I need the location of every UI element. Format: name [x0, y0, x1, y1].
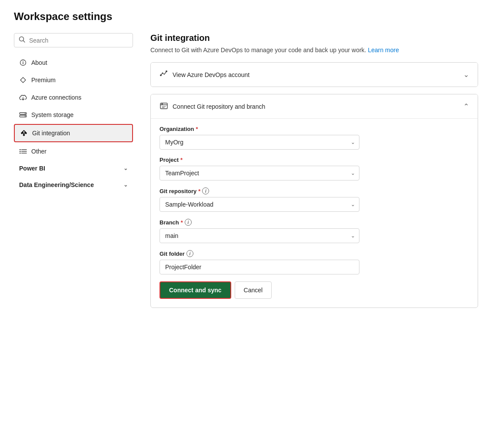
git-repository-select[interactable]: Sample-Workload	[160, 197, 359, 212]
view-devops-title: View Azure DevOps account	[173, 71, 249, 78]
section-desc-text: Connect to Git with Azure DevOps to mana…	[150, 47, 366, 53]
view-devops-header-left: View Azure DevOps account	[160, 70, 249, 80]
svg-point-8	[25, 113, 26, 114]
sidebar-section-data-engineering-label: Data Engineering/Science	[19, 181, 94, 188]
organization-label: Organization *	[160, 126, 469, 132]
sidebar-section-power-bi[interactable]: Power BI ⌄	[14, 160, 133, 176]
git-repository-label: Git repository * i	[160, 187, 469, 194]
cancel-button[interactable]: Cancel	[235, 281, 272, 299]
connect-repo-header-left: Connect Git repository and branch	[160, 101, 265, 111]
page-title: Workspace settings	[14, 10, 478, 23]
git-folder-input[interactable]	[160, 260, 359, 274]
connect-repo-chevron-icon: ⌃	[463, 102, 469, 110]
svg-point-12	[22, 134, 23, 135]
sidebar-item-other[interactable]: Other	[14, 143, 133, 160]
connect-repo-card: Connect Git repository and branch ⌃ Orga…	[150, 94, 478, 308]
list-icon	[19, 147, 27, 155]
organization-select[interactable]: MyOrg	[160, 135, 359, 150]
branch-label: Branch * i	[160, 219, 469, 226]
view-devops-chevron-icon: ⌄	[463, 70, 469, 79]
svg-point-9	[25, 116, 26, 117]
project-field-group: Project * TeamProject ⌄	[160, 157, 469, 181]
organization-required-star: *	[196, 126, 198, 132]
git-repository-select-wrapper: Sample-Workload ⌄	[160, 197, 359, 212]
section-description: Connect to Git with Azure DevOps to mana…	[150, 47, 478, 53]
learn-more-link[interactable]: Learn more	[368, 47, 399, 53]
project-select[interactable]: TeamProject	[160, 166, 359, 181]
svg-point-4	[23, 61, 23, 62]
project-required-star: *	[180, 157, 183, 163]
info-circle-icon	[19, 59, 27, 67]
diamond-icon	[19, 76, 27, 84]
view-devops-card-header[interactable]: View Azure DevOps account ⌄	[151, 63, 478, 87]
sidebar-item-about[interactable]: About	[14, 54, 133, 71]
svg-point-24	[162, 73, 163, 74]
git-repository-info-icon[interactable]: i	[202, 187, 209, 194]
power-bi-chevron-icon: ⌄	[123, 165, 128, 171]
sidebar-item-premium[interactable]: Premium	[14, 72, 133, 88]
svg-point-26	[161, 104, 162, 104]
sidebar-item-git-integration-label: Git integration	[32, 130, 70, 137]
sidebar-item-premium-label: Premium	[31, 77, 56, 84]
data-engineering-chevron-icon: ⌄	[123, 182, 128, 188]
organization-select-wrapper: MyOrg ⌄	[160, 135, 359, 150]
svg-point-23	[160, 74, 162, 76]
button-row: Connect and sync Cancel	[160, 281, 469, 299]
devops-icon	[160, 70, 168, 80]
sidebar-section-power-bi-label: Power BI	[19, 165, 45, 172]
svg-point-22	[166, 70, 167, 72]
project-select-wrapper: TeamProject ⌄	[160, 166, 359, 181]
branch-info-icon[interactable]: i	[185, 219, 192, 226]
connect-repo-title: Connect Git repository and branch	[173, 103, 265, 110]
cloud-icon	[19, 94, 27, 101]
project-label: Project *	[160, 157, 469, 163]
page-container: Workspace settings	[0, 0, 492, 448]
git-icon	[20, 129, 28, 137]
sidebar-item-about-label: About	[31, 59, 47, 66]
search-box[interactable]	[14, 33, 133, 47]
git-repository-required-star: *	[198, 188, 200, 194]
svg-point-11	[23, 131, 25, 133]
git-folder-field-group: Git folder i	[160, 250, 469, 274]
svg-marker-5	[20, 77, 26, 83]
svg-line-1	[23, 41, 25, 43]
organization-field-group: Organization * MyOrg ⌄	[160, 126, 469, 150]
sidebar-item-azure-connections-label: Azure connections	[31, 94, 81, 101]
git-integration-title: Git integration	[150, 33, 478, 43]
sidebar: About Premium Azure connections	[14, 33, 140, 315]
main-content: Git integration Connect to Git with Azur…	[140, 33, 478, 315]
git-repository-field-group: Git repository * i Sample-Workload ⌄	[160, 187, 469, 212]
svg-rect-10	[21, 130, 27, 136]
storage-icon	[19, 111, 27, 119]
connect-repo-card-header[interactable]: Connect Git repository and branch ⌃	[151, 94, 478, 118]
branch-field-group: Branch * i main ⌄	[160, 219, 469, 243]
connect-and-sync-button[interactable]: Connect and sync	[160, 281, 231, 299]
branch-required-star: *	[181, 219, 183, 226]
git-folder-info-icon[interactable]: i	[186, 250, 193, 257]
sidebar-item-system-storage-label: System storage	[31, 111, 73, 118]
sidebar-item-azure-connections[interactable]: Azure connections	[14, 89, 133, 106]
sidebar-section-data-engineering[interactable]: Data Engineering/Science ⌄	[14, 177, 133, 193]
search-input[interactable]	[29, 37, 128, 44]
connect-repo-card-body: Organization * MyOrg ⌄ Pro	[151, 118, 478, 308]
branch-select[interactable]: main	[160, 228, 359, 243]
sidebar-item-git-integration[interactable]: Git integration	[14, 124, 133, 142]
repo-icon	[160, 101, 168, 111]
content-area: About Premium Azure connections	[14, 33, 478, 315]
search-icon	[19, 36, 26, 44]
sidebar-item-system-storage[interactable]: System storage	[14, 107, 133, 123]
view-devops-card: View Azure DevOps account ⌄	[150, 62, 478, 87]
branch-select-wrapper: main ⌄	[160, 228, 359, 243]
git-folder-label: Git folder i	[160, 250, 469, 257]
svg-point-13	[25, 134, 26, 135]
sidebar-item-other-label: Other	[31, 148, 47, 155]
